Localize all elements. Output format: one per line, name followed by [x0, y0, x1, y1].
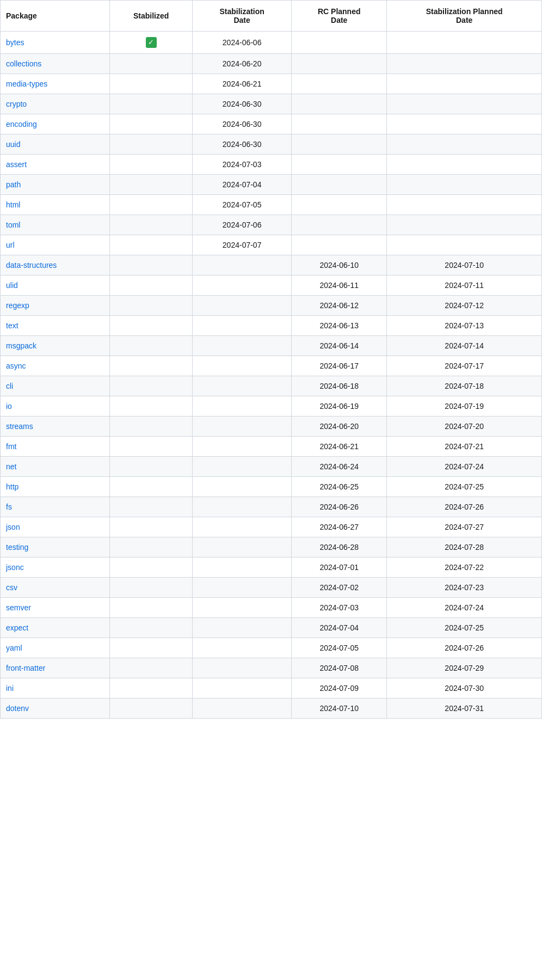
rc-planned-date: 2024-06-25 — [292, 477, 387, 497]
stabilized-cell — [110, 376, 193, 396]
table-row: collections2024-06-20 — [1, 54, 542, 74]
package-name[interactable]: assert — [1, 155, 110, 175]
table-row: ulid2024-06-112024-07-11 — [1, 275, 542, 296]
package-name[interactable]: dotenv — [1, 699, 110, 719]
rc-planned-date — [292, 114, 387, 134]
package-name[interactable]: fmt — [1, 437, 110, 457]
stabilized-cell — [110, 618, 193, 638]
package-name[interactable]: ini — [1, 678, 110, 699]
package-name[interactable]: msgpack — [1, 336, 110, 356]
table-row: io2024-06-192024-07-19 — [1, 396, 542, 416]
package-name[interactable]: html — [1, 195, 110, 215]
table-row: html2024-07-05 — [1, 195, 542, 215]
package-name[interactable]: io — [1, 396, 110, 416]
stabilization-planned-date — [387, 54, 542, 74]
package-name[interactable]: async — [1, 356, 110, 376]
stabilization-date — [193, 457, 292, 477]
package-name[interactable]: fs — [1, 497, 110, 517]
rc-planned-date: 2024-07-04 — [292, 618, 387, 638]
stabilization-planned-date — [387, 195, 542, 215]
stabilization-date — [193, 598, 292, 618]
stabilized-cell: ✓ — [110, 32, 193, 54]
table-row: dotenv2024-07-102024-07-31 — [1, 699, 542, 719]
stabilization-planned-date: 2024-07-23 — [387, 578, 542, 598]
package-name[interactable]: cli — [1, 376, 110, 396]
package-name[interactable]: media-types — [1, 74, 110, 94]
package-name[interactable]: path — [1, 175, 110, 195]
package-name[interactable]: net — [1, 457, 110, 477]
stabilization-planned-date: 2024-07-19 — [387, 396, 542, 416]
rc-planned-date — [292, 195, 387, 215]
table-row: data-structures2024-06-102024-07-10 — [1, 255, 542, 275]
table-row: streams2024-06-202024-07-20 — [1, 416, 542, 437]
table-row: jsonc2024-07-012024-07-22 — [1, 558, 542, 578]
stabilization-planned-date — [387, 175, 542, 195]
package-name[interactable]: streams — [1, 416, 110, 437]
table-row: async2024-06-172024-07-17 — [1, 356, 542, 376]
rc-planned-date: 2024-06-28 — [292, 537, 387, 558]
package-name[interactable]: uuid — [1, 134, 110, 155]
package-name[interactable]: collections — [1, 54, 110, 74]
package-name[interactable]: jsonc — [1, 558, 110, 578]
stabilization-planned-date: 2024-07-28 — [387, 537, 542, 558]
stabilization-planned-date: 2024-07-24 — [387, 598, 542, 618]
stabilized-cell — [110, 497, 193, 517]
stabilized-cell — [110, 477, 193, 497]
package-name[interactable]: json — [1, 517, 110, 537]
stabilized-cell — [110, 638, 193, 658]
package-name[interactable]: regexp — [1, 296, 110, 316]
col-rc-planned-date: RC PlannedDate — [292, 1, 387, 32]
stabilization-date: 2024-07-03 — [193, 155, 292, 175]
stabilization-date: 2024-06-30 — [193, 134, 292, 155]
package-name[interactable]: url — [1, 235, 110, 255]
package-name[interactable]: encoding — [1, 114, 110, 134]
stabilization-planned-date — [387, 155, 542, 175]
rc-planned-date — [292, 175, 387, 195]
rc-planned-date: 2024-06-19 — [292, 396, 387, 416]
stabilization-planned-date: 2024-07-11 — [387, 275, 542, 296]
package-name[interactable]: csv — [1, 578, 110, 598]
stabilization-planned-date: 2024-07-31 — [387, 699, 542, 719]
rc-planned-date: 2024-07-03 — [292, 598, 387, 618]
stabilization-date — [193, 578, 292, 598]
package-name[interactable]: ulid — [1, 275, 110, 296]
stabilization-date: 2024-06-21 — [193, 74, 292, 94]
stabilization-date — [193, 437, 292, 457]
stabilized-cell — [110, 114, 193, 134]
package-name[interactable]: http — [1, 477, 110, 497]
table-row: crypto2024-06-30 — [1, 94, 542, 114]
stabilized-cell — [110, 155, 193, 175]
package-name[interactable]: front-matter — [1, 658, 110, 678]
stabilized-cell — [110, 54, 193, 74]
stabilization-planned-date: 2024-07-14 — [387, 336, 542, 356]
stabilization-date — [193, 255, 292, 275]
package-name[interactable]: bytes — [1, 32, 110, 54]
package-name[interactable]: semver — [1, 598, 110, 618]
stabilized-cell — [110, 94, 193, 114]
table-row: bytes✓2024-06-06 — [1, 32, 542, 54]
package-name[interactable]: yaml — [1, 638, 110, 658]
stabilized-cell — [110, 517, 193, 537]
col-stabilization-planned-date: Stabilization PlannedDate — [387, 1, 542, 32]
package-name[interactable]: text — [1, 316, 110, 336]
rc-planned-date: 2024-06-24 — [292, 457, 387, 477]
stabilization-planned-date — [387, 215, 542, 235]
package-name[interactable]: toml — [1, 215, 110, 235]
rc-planned-date: 2024-06-26 — [292, 497, 387, 517]
table-row: cli2024-06-182024-07-18 — [1, 376, 542, 396]
stabilization-date — [193, 477, 292, 497]
table-row: msgpack2024-06-142024-07-14 — [1, 336, 542, 356]
stabilization-planned-date — [387, 94, 542, 114]
stabilization-date: 2024-07-04 — [193, 175, 292, 195]
stabilization-planned-date: 2024-07-13 — [387, 316, 542, 336]
stabilized-cell — [110, 215, 193, 235]
package-name[interactable]: crypto — [1, 94, 110, 114]
stabilization-date — [193, 517, 292, 537]
package-name[interactable]: data-structures — [1, 255, 110, 275]
stabilization-planned-date: 2024-07-24 — [387, 457, 542, 477]
stabilized-cell — [110, 678, 193, 699]
table-row: fmt2024-06-212024-07-21 — [1, 437, 542, 457]
stabilization-planned-date: 2024-07-26 — [387, 638, 542, 658]
package-name[interactable]: expect — [1, 618, 110, 638]
package-name[interactable]: testing — [1, 537, 110, 558]
